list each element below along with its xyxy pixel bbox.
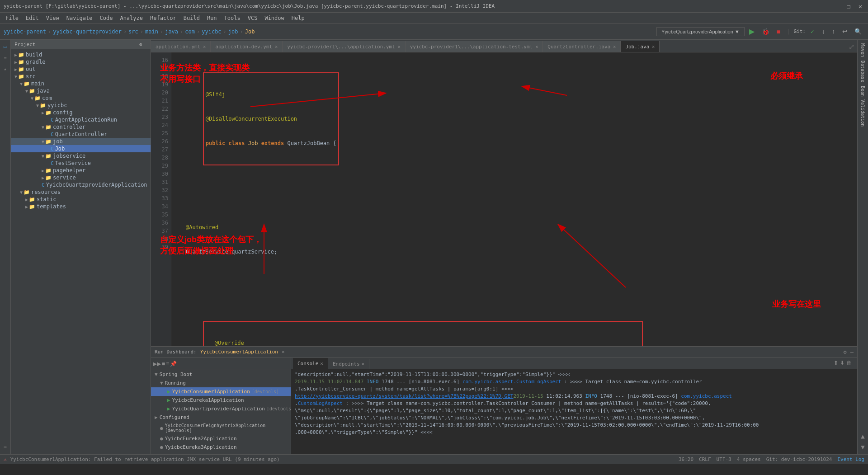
tree-item-mainapp[interactable]: C YyicbcQuartzproviderApplication [11,181,151,188]
console-clear[interactable]: 🗑 [846,360,852,366]
breadcrumb-module[interactable]: yyicbc-quartzprovider [53,28,122,35]
eureka3-item[interactable]: ● YyicbcEureka3Application [151,443,291,451]
breadcrumb-main[interactable]: main [145,28,158,35]
menu-help[interactable]: Help [288,15,308,21]
tab-application-yml-2[interactable]: yyicbc-provider1\...\application.yml × [283,41,405,52]
feignhystrix-item[interactable]: ● YyicbcConsumerFeignhystrixApplication … [151,422,291,434]
tree-item-controller[interactable]: ▼ 📁 controller [11,123,151,131]
run-pin[interactable]: 📌 [170,361,177,367]
tab-close[interactable]: × [613,44,616,49]
run-dashboard-minimize[interactable]: – [850,349,854,355]
menu-code[interactable]: Code [96,15,117,21]
database-icon[interactable]: Database [859,59,866,84]
configured-group[interactable]: ▶ Configured [151,413,291,422]
menu-analyze[interactable]: Analyze [116,15,146,21]
myconfigs-item[interactable]: ● YyicbcMyConfigsApplication [151,451,291,454]
menu-run[interactable]: Run [203,15,221,21]
tree-item-gradle[interactable]: ▶ 📁 gradle [11,58,151,66]
event-log[interactable]: Event Log [837,456,864,462]
minimize-button[interactable]: — [833,2,841,10]
project-settings[interactable]: ⚙ [139,42,142,47]
tab-quartzcontroller[interactable]: QuartzController.java × [543,41,621,52]
maximize-button[interactable]: ❐ [844,2,853,10]
console-output[interactable]: "description":null,"startTime":"2019-11-… [291,369,857,454]
structure-icon[interactable]: ≡ [1,53,10,62]
run-filter[interactable]: ≡ [166,361,169,367]
breadcrumb-java[interactable]: java [165,28,178,35]
project-collapse[interactable]: – [144,42,147,47]
menu-window[interactable]: Window [261,15,288,21]
editor-expand[interactable]: ⤢ [846,42,857,52]
tab-close[interactable]: × [203,44,206,49]
tab-application-yml[interactable]: application.yml × [151,41,211,52]
tree-item-src[interactable]: ▼ 📁 src [11,73,151,80]
code-content[interactable]: @Slf4j @DisallowConcurrentExecution publ… [171,52,857,346]
stop-button[interactable]: ■ [774,27,783,36]
console-scroll-bottom[interactable]: ⬇ [840,360,844,366]
tree-item-out[interactable]: ▶ 📁 out [11,66,151,73]
favorites-icon[interactable]: ★ [1,64,10,73]
running-group[interactable]: ▼ Running [151,379,291,387]
git-button[interactable]: ✓ [807,28,817,36]
tab-close[interactable]: × [535,44,538,49]
menu-tools[interactable]: Tools [221,15,244,21]
tree-item-service[interactable]: ▶ 📁 service [11,174,151,181]
tab-application-test-yml[interactable]: yyicbc-provider1\...\application-test.ym… [406,41,543,52]
status-git[interactable]: Git: dev-icbc-20191024 [766,456,832,462]
tab-close[interactable]: × [652,44,655,49]
git-revert[interactable]: ↩ [840,27,850,36]
git-push[interactable]: ↑ [830,27,838,36]
eureka2-item[interactable]: ● YyicbcEureka2Application [151,434,291,443]
console-tab-close[interactable]: × [320,361,323,367]
run-dashboard-settings[interactable]: ⚙ [844,349,847,355]
tree-item-testservice[interactable]: C TestService [11,160,151,167]
breadcrumb-file[interactable]: Job [245,28,255,35]
menu-file[interactable]: File [2,15,22,21]
eureka1-item[interactable]: ▶ YyicbcEureka1Application [151,396,291,404]
breadcrumb-src[interactable]: src [128,28,138,35]
status-position[interactable]: 36:20 [679,456,693,462]
tree-item-com[interactable]: ▼ 📁 com [11,94,151,102]
tab-job-java[interactable]: Job.java × [621,41,660,52]
status-indent[interactable]: 4 spaces [737,456,761,462]
close-button[interactable]: ✕ [856,2,864,10]
menu-edit[interactable]: Edit [22,15,42,21]
tree-item-job-file[interactable]: C Job [11,145,151,152]
tree-item-jobservice[interactable]: ▼ 📁 jobservice [11,152,151,160]
git-update[interactable]: ↓ [819,27,828,36]
tree-item-agentapp[interactable]: C AgentApplicationRun [11,116,151,123]
menu-view[interactable]: View [42,15,63,21]
maven-icon[interactable]: Maven [859,42,866,59]
status-crlf[interactable]: CRLF [699,456,711,462]
run-all-button[interactable]: ▶▶ [153,361,161,367]
menu-build[interactable]: Build [180,15,203,21]
tree-item-config[interactable]: ▶ 📁 config [11,109,151,116]
terminal-icon[interactable]: ⌨ [1,442,10,451]
console-tab[interactable]: Console × [293,358,328,369]
tree-item-static[interactable]: ▶ 📁 static [11,196,151,203]
menu-refactor[interactable]: Refactor [146,15,180,21]
run-button[interactable]: ▶ [746,26,757,37]
search-everywhere[interactable]: 🔍 [852,27,864,36]
menu-navigate[interactable]: Navigate [63,15,96,21]
run-dashboard-close[interactable]: × [282,349,285,355]
project-icon[interactable]: 1 [1,42,10,52]
tree-item-build[interactable]: ▶ 📁 build [11,51,151,58]
tree-item-resources[interactable]: ▼ 📁 resources [11,188,151,196]
scroll-up[interactable]: ▲ [859,431,866,442]
scroll-down[interactable]: ▼ [859,442,866,452]
consumer1-item[interactable]: ▶ YyicbcConsumer1Application [devtools] [151,387,291,396]
endpoints-tab[interactable]: Endpoints × [328,359,369,369]
endpoints-tab-close[interactable]: × [362,361,365,367]
console-scroll-top[interactable]: ⬆ [834,360,838,366]
tree-item-java[interactable]: ▼ 📁 java [11,87,151,94]
tree-item-main[interactable]: ▼ 📁 main [11,80,151,87]
run-app-dropdown[interactable]: YyicbcQuartzproviderApplication ▼ [656,27,745,36]
run-stop-all[interactable]: ■ [162,361,165,367]
menu-vcs[interactable]: VCS [244,15,261,21]
tree-item-yyicbc[interactable]: ▼ 📁 yyicbc [11,102,151,109]
debug-button[interactable]: 🐞 [759,27,772,36]
quartz-item[interactable]: ▶ YyicbcQuartzproviderApplication [devto… [151,404,291,413]
bean-validation-icon[interactable]: Bean Validation [859,84,866,128]
status-encoding[interactable]: UTF-8 [717,456,731,462]
